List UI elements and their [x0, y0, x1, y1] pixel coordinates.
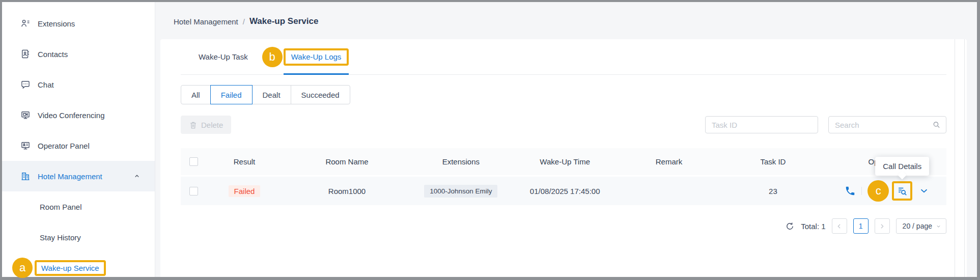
- sidebar-item-label: Video Conferencing: [38, 111, 104, 120]
- tab-wake-up-task[interactable]: Wake-Up Task: [199, 52, 248, 61]
- tab-wake-up-logs[interactable]: Wake-Up Logs: [291, 52, 342, 61]
- sidebar-item-label: Room Panel: [40, 203, 82, 211]
- filter-succeeded-button[interactable]: Succeeded: [291, 85, 350, 104]
- status-badge-failed: Failed: [229, 185, 261, 197]
- content-card: Wake-Up Task b Wake-Up Logs All Failed D…: [160, 39, 967, 277]
- chat-icon: [20, 79, 31, 90]
- sidebar-item-label: Extensions: [38, 19, 75, 28]
- table-row: Failed Room1000 1000-Johnson Emily 01/08…: [181, 177, 946, 205]
- sidebar-item-stay-history[interactable]: Stay History: [2, 222, 155, 253]
- sidebar-item-label: Wake-up Service: [41, 264, 99, 272]
- column-header-extensions: Extensions: [411, 157, 511, 166]
- cell-room-name: Room1000: [283, 187, 411, 195]
- chevron-down-icon: [936, 223, 941, 229]
- table-header-row: Result Room Name Extensions Wake-Up Time…: [181, 148, 946, 175]
- cell-task-id: 23: [718, 187, 827, 195]
- annotation-badge-a: a: [12, 258, 33, 278]
- sidebar-item-label: Operator Panel: [38, 142, 90, 150]
- search-input[interactable]: [828, 116, 946, 133]
- chevron-up-icon[interactable]: [133, 173, 141, 180]
- sidebar-item-label: Stay History: [40, 233, 81, 242]
- sidebar-item-video-conferencing[interactable]: Video Conferencing: [2, 100, 155, 130]
- total-count-label: Total: 1: [801, 222, 825, 231]
- column-header-wake-up-time: Wake-Up Time: [511, 157, 620, 166]
- page-size-select[interactable]: 20 / page: [896, 218, 946, 234]
- select-all-checkbox[interactable]: [189, 157, 198, 166]
- sidebar-item-label: Hotel Management: [38, 172, 102, 181]
- app-window: Extensions Contacts Chat: [0, 0, 980, 280]
- breadcrumb-separator: /: [243, 17, 245, 26]
- annotation-box-a: Wake-up Service: [35, 260, 106, 276]
- vertical-scrollbar[interactable]: [955, 39, 965, 277]
- column-header-remark: Remark: [620, 157, 719, 166]
- sidebar-item-wake-up-service[interactable]: a Wake-up Service: [2, 253, 155, 280]
- sidebar-item-hotel-management[interactable]: Hotel Management: [2, 161, 155, 191]
- cell-wake-up-time: 01/08/2025 17:45:00: [511, 187, 620, 195]
- filter-all-button[interactable]: All: [181, 85, 211, 104]
- operator-panel-icon: [20, 141, 31, 151]
- annotation-badge-c: c: [867, 180, 889, 202]
- refresh-icon[interactable]: [785, 221, 795, 231]
- column-header-task-id: Task ID: [718, 157, 827, 166]
- sidebar-item-room-panel[interactable]: Room Panel: [2, 191, 155, 222]
- toolbar: Delete: [181, 116, 946, 134]
- search-field: [828, 116, 946, 133]
- column-header-result: Result: [206, 157, 283, 166]
- extensions-icon: [20, 18, 31, 29]
- breadcrumb-parent[interactable]: Hotel Management: [174, 17, 238, 26]
- phone-icon[interactable]: [845, 185, 856, 197]
- cell-operations: c Call Details: [827, 180, 946, 202]
- delete-button-label: Delete: [201, 121, 223, 129]
- annotation-badge-b: b: [262, 47, 283, 67]
- tab-wake-up-logs-area: Wake-Up Logs: [284, 39, 349, 74]
- wake-up-logs-table: Result Room Name Extensions Wake-Up Time…: [181, 148, 946, 205]
- page-number-button[interactable]: 1: [853, 218, 869, 234]
- prev-page-button[interactable]: [832, 218, 847, 234]
- video-conferencing-icon: [20, 110, 31, 120]
- call-details-tooltip: Call Details: [875, 157, 929, 176]
- contacts-icon: [20, 49, 31, 59]
- sidebar-item-contacts[interactable]: Contacts: [2, 39, 155, 69]
- annotation-box-c: Call Details: [892, 181, 912, 201]
- sidebar-item-label: Contacts: [38, 50, 68, 59]
- tab-bar: Wake-Up Task b Wake-Up Logs: [181, 39, 946, 75]
- filter-failed-button[interactable]: Failed: [210, 85, 253, 104]
- main-area: Hotel Management / Wake-up Service Wake-…: [155, 2, 977, 277]
- page-title: Wake-up Service: [249, 16, 318, 26]
- sidebar-item-chat[interactable]: Chat: [2, 69, 155, 100]
- page-size-value: 20 / page: [903, 222, 932, 230]
- hotel-management-icon: [20, 171, 31, 181]
- task-id-input[interactable]: [705, 116, 818, 133]
- filter-dealt-button[interactable]: Dealt: [252, 85, 291, 104]
- trash-icon: [189, 121, 198, 129]
- sidebar-item-label: Chat: [38, 80, 54, 89]
- call-details-icon[interactable]: [897, 185, 908, 197]
- status-filter-group: All Failed Dealt Succeeded: [181, 85, 946, 104]
- next-page-button[interactable]: [875, 218, 890, 234]
- sidebar-item-operator-panel[interactable]: Operator Panel: [2, 130, 155, 161]
- operations-divider: [861, 187, 862, 195]
- row-checkbox[interactable]: [189, 187, 198, 195]
- breadcrumb: Hotel Management / Wake-up Service: [174, 16, 318, 26]
- column-header-room-name: Room Name: [283, 157, 411, 166]
- chevron-left-icon: [836, 223, 843, 230]
- sidebar: Extensions Contacts Chat: [2, 2, 155, 277]
- pagination: Total: 1 1 20 / page: [181, 218, 946, 234]
- chevron-right-icon: [879, 223, 885, 230]
- annotation-box-b: Wake-Up Logs: [284, 48, 349, 66]
- chevron-down-icon[interactable]: [919, 186, 929, 196]
- extension-tag: 1000-Johnson Emily: [424, 185, 497, 198]
- delete-button[interactable]: Delete: [181, 116, 231, 134]
- search-icon[interactable]: [932, 121, 941, 129]
- sidebar-item-extensions[interactable]: Extensions: [2, 8, 155, 39]
